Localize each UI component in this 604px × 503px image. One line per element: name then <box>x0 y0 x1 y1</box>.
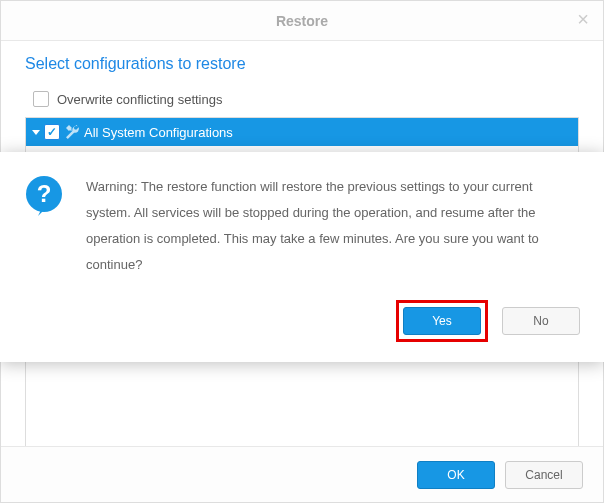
tree-row-label: All System Configurations <box>84 125 233 140</box>
overwrite-checkbox[interactable] <box>33 91 49 107</box>
no-button[interactable]: No <box>502 307 580 335</box>
modal-footer: Yes No <box>86 300 580 342</box>
modal-body: Warning: The restore function will resto… <box>86 174 580 342</box>
yes-highlight-box: Yes <box>396 300 488 342</box>
close-icon[interactable]: × <box>575 11 591 27</box>
cancel-button[interactable]: Cancel <box>505 461 583 489</box>
svg-text:?: ? <box>37 180 52 207</box>
modal-warning-text: Warning: The restore function will resto… <box>86 174 580 278</box>
confirm-dialog: ? Warning: The restore function will res… <box>0 152 604 362</box>
window-title: Restore <box>276 13 328 29</box>
tree-row-root[interactable]: ✓ All System Configurations <box>26 118 578 146</box>
disclosure-icon[interactable] <box>32 130 40 135</box>
yes-button[interactable]: Yes <box>403 307 481 335</box>
window-footer: OK Cancel <box>1 446 603 502</box>
tree-checkbox[interactable]: ✓ <box>44 124 60 140</box>
page-heading: Select configurations to restore <box>25 55 579 73</box>
ok-button[interactable]: OK <box>417 461 495 489</box>
overwrite-row: Overwrite conflicting settings <box>25 87 579 111</box>
overwrite-label: Overwrite conflicting settings <box>57 92 222 107</box>
tools-icon <box>64 124 80 140</box>
titlebar: Restore × <box>1 1 603 41</box>
question-icon: ? <box>24 174 68 218</box>
